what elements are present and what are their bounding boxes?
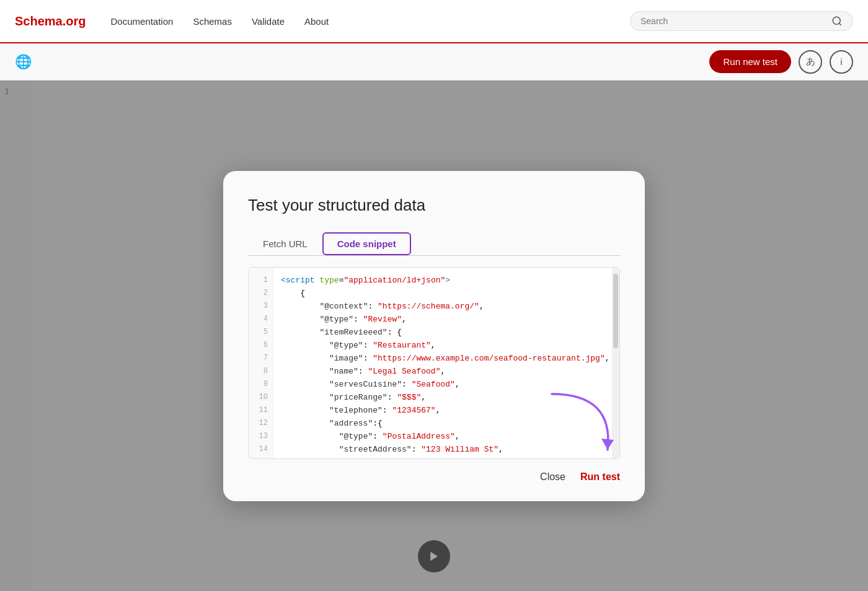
toolbar: 🌐 Run new test あ i bbox=[0, 43, 868, 81]
globe-icon[interactable]: 🌐 bbox=[15, 54, 32, 70]
code-line-8: "name": "Legal Seafood", bbox=[281, 365, 612, 378]
ln-7: 7 bbox=[254, 352, 268, 365]
ln-9: 9 bbox=[254, 378, 268, 391]
language-icon: あ bbox=[806, 56, 815, 68]
site-logo[interactable]: Schema.org bbox=[15, 14, 86, 28]
code-line-10: "priceRange": "$$$", bbox=[281, 391, 612, 404]
svg-point-0 bbox=[833, 17, 840, 24]
nav-link-about[interactable]: About bbox=[304, 16, 329, 27]
search-icon-button[interactable] bbox=[831, 15, 843, 27]
dialog: Test your structured data Fetch URL Code… bbox=[223, 171, 645, 501]
main-area: 1 Test your structured data Fetch URL Co… bbox=[0, 81, 868, 591]
tab-fetch-url[interactable]: Fetch URL bbox=[248, 232, 322, 255]
ln-12: 12 bbox=[254, 417, 268, 430]
ln-15: 15 bbox=[254, 456, 268, 459]
ln-11: 11 bbox=[254, 404, 268, 417]
ln-10: 10 bbox=[254, 391, 268, 404]
ln-5: 5 bbox=[254, 326, 268, 339]
search-icon bbox=[831, 15, 843, 27]
run-new-test-button[interactable]: Run new test bbox=[709, 50, 791, 73]
svg-line-1 bbox=[839, 23, 841, 25]
code-line-2: { bbox=[281, 287, 612, 300]
code-line-11: "telephone": "1234567", bbox=[281, 404, 612, 417]
info-button[interactable]: i bbox=[830, 50, 853, 74]
nav-link-schemas[interactable]: Schemas bbox=[193, 16, 232, 27]
code-line-6: "@type": "Restaurant", bbox=[281, 339, 612, 352]
ln-1: 1 bbox=[254, 274, 268, 287]
code-line-9: "servesCuisine": "Seafood", bbox=[281, 378, 612, 391]
scrollbar-track[interactable] bbox=[612, 268, 619, 458]
ln-4: 4 bbox=[254, 313, 268, 326]
dialog-title: Test your structured data bbox=[248, 196, 620, 215]
nav-link-documentation[interactable]: Documentation bbox=[110, 16, 173, 27]
nav-link-validate[interactable]: Validate bbox=[252, 16, 285, 27]
code-line-numbers: 1 2 3 4 5 6 7 8 9 10 11 12 13 14 15 16 bbox=[249, 268, 273, 458]
ln-13: 13 bbox=[254, 430, 268, 443]
code-line-14: "streetAddress": "123 William St", bbox=[281, 443, 612, 456]
search-input[interactable] bbox=[640, 16, 831, 26]
tab-code-snippet[interactable]: Code snippet bbox=[322, 232, 411, 255]
toolbar-right: Run new test あ i bbox=[709, 50, 853, 74]
code-line-4: "@type": "Review", bbox=[281, 313, 612, 326]
code-line-12: "address":{ bbox=[281, 417, 612, 430]
search-box bbox=[630, 11, 853, 31]
close-button[interactable]: Close bbox=[540, 471, 565, 483]
code-line-7: "image": "https://www.example.com/seafoo… bbox=[281, 352, 612, 365]
search-area bbox=[630, 11, 853, 31]
toolbar-left: 🌐 bbox=[15, 54, 32, 70]
top-navigation: Schema.org Documentation Schemas Validat… bbox=[0, 0, 868, 43]
dialog-footer: Close Run test bbox=[248, 471, 620, 483]
code-line-15: "addressLocality": "New York", bbox=[281, 456, 612, 458]
code-editor[interactable]: 1 2 3 4 5 6 7 8 9 10 11 12 13 14 15 16 bbox=[248, 267, 620, 459]
code-line-13: "@type": "PostalAddress", bbox=[281, 430, 612, 443]
info-icon: i bbox=[840, 56, 842, 67]
code-content[interactable]: <script type="application/ld+json"> { "@… bbox=[273, 268, 619, 458]
ln-14: 14 bbox=[254, 443, 268, 456]
code-line-5: "itemRevieeed": { bbox=[281, 326, 612, 339]
ln-8: 8 bbox=[254, 365, 268, 378]
overlay: Test your structured data Fetch URL Code… bbox=[0, 81, 868, 591]
code-line-1: <script type="application/ld+json"> bbox=[281, 274, 612, 287]
run-test-button[interactable]: Run test bbox=[580, 471, 620, 483]
ln-3: 3 bbox=[254, 300, 268, 313]
scrollbar-thumb[interactable] bbox=[613, 274, 618, 348]
ln-2: 2 bbox=[254, 287, 268, 300]
code-line-3: "@context": "https://schema.org/", bbox=[281, 300, 612, 313]
nav-links: Documentation Schemas Validate About bbox=[110, 16, 630, 27]
ln-6: 6 bbox=[254, 339, 268, 352]
tabs-row: Fetch URL Code snippet bbox=[248, 232, 620, 256]
language-button[interactable]: あ bbox=[799, 50, 822, 74]
